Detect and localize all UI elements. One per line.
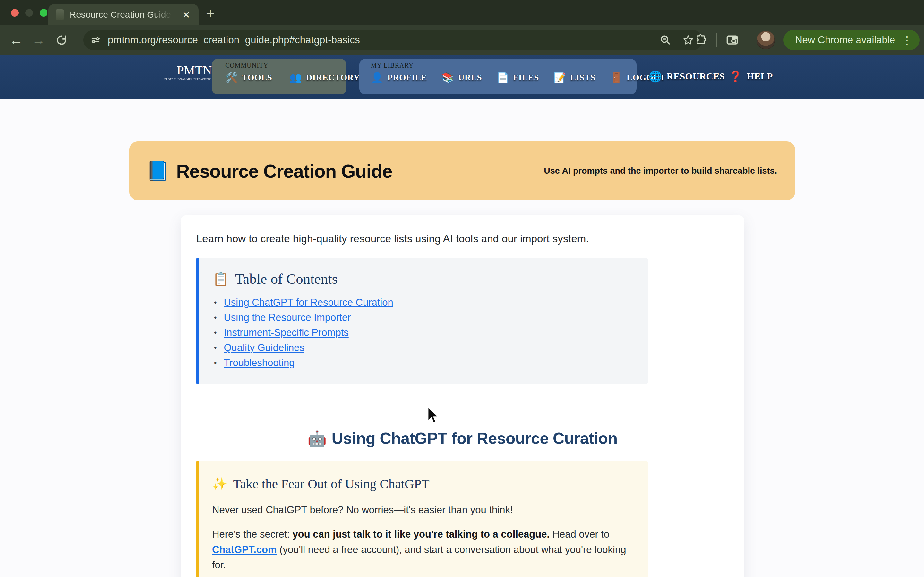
search-tabs-panel-icon[interactable] (725, 33, 739, 47)
back-button[interactable]: ← (9, 33, 23, 47)
toc-item: Using ChatGPT for Resource Curation (213, 298, 634, 308)
tools-icon: 🛠️ (225, 72, 238, 84)
question-mark-icon: ❓ (729, 70, 742, 83)
url-text[interactable]: pmtnm.org/resource_creation_guide.php#ch… (108, 34, 653, 46)
nav-item-label: LISTS (570, 73, 596, 83)
window-zoom-button[interactable] (40, 9, 47, 17)
nav-item-profile[interactable]: 👤 PROFILE (371, 72, 427, 84)
tab-title: Resource Creation Guide - PM (69, 10, 175, 20)
page-banner: 📘 Resource Creation Guide Use AI prompts… (129, 141, 795, 200)
window-close-button[interactable] (11, 9, 19, 17)
site-settings-icon[interactable] (90, 34, 102, 46)
nav-item-label: PROFILE (387, 73, 427, 83)
memo-icon: 📝 (554, 72, 566, 84)
profile-icon: 👤 (371, 72, 383, 84)
bookmark-star-icon[interactable] (682, 34, 694, 46)
toc-link-chatgpt-curation[interactable]: Using ChatGPT for Resource Curation (224, 297, 393, 308)
toc-title: Table of Contents (235, 271, 338, 287)
nav-item-label: URLS (458, 73, 482, 83)
nav-item-lists[interactable]: 📝 LISTS (554, 72, 596, 84)
new-tab-button[interactable]: + (206, 5, 215, 22)
window-controls (11, 9, 47, 17)
nav-item-directory[interactable]: 👥 DIRECTORY (289, 72, 360, 84)
reload-button[interactable] (55, 33, 69, 47)
nav-item-label: FILES (513, 73, 539, 83)
site-navbar: PMTNM PROFESSIONAL MUSIC TEACHERS OF NEW… (0, 55, 924, 99)
reload-icon (55, 34, 68, 46)
callout-paragraph-2: Here's the secret: you can just talk to … (212, 527, 634, 573)
intro-text: Learn how to create high-quality resourc… (196, 233, 729, 245)
toc-item: Instrument-Specific Prompts (213, 327, 634, 338)
page-title: Resource Creation Guide (176, 160, 392, 182)
blue-book-icon: 📘 (146, 160, 169, 182)
robot-icon: 🤖 (307, 430, 326, 447)
section-heading-chatgpt: 🤖Using ChatGPT for Resource Curation (196, 429, 729, 448)
nav-item-tools[interactable]: 🛠️ TOOLS (225, 72, 272, 84)
nav-item-urls[interactable]: 📚 URLS (442, 72, 482, 84)
callout-text: Here's the secret: (212, 529, 292, 540)
toc-link-quality-guidelines[interactable]: Quality Guidelines (224, 342, 304, 354)
toolbar-divider (716, 33, 717, 47)
nav-item-label: DIRECTORY (306, 73, 360, 83)
nav-item-label: RESOURCES (667, 71, 725, 82)
nav-group-label: MY LIBRARY (371, 62, 636, 69)
forward-button[interactable]: → (31, 33, 45, 47)
toc-link-instrument-prompts[interactable]: Instrument-Specific Prompts (224, 327, 349, 338)
chatgpt-link[interactable]: ChatGPT.com (212, 544, 277, 555)
browser-tab-strip: Resource Creation Guide - PM ✕ + (0, 0, 924, 25)
callout-paragraph-1: Never used ChatGPT before? No worries—it… (212, 504, 634, 516)
nav-group-my-library: MY LIBRARY 👤 PROFILE 📚 URLS 📄 FILES 📝 LI… (359, 59, 636, 94)
nav-item-help[interactable]: ❓ HELP (729, 70, 773, 83)
toc-item: Quality Guidelines (213, 343, 634, 353)
callout-text: Head over to (549, 529, 609, 540)
page-subtitle: Use AI prompts and the importer to build… (544, 166, 777, 176)
nav-item-label: HELP (747, 71, 773, 82)
toc-link-troubleshooting[interactable]: Troubleshooting (224, 357, 294, 369)
callout-bold-text: you can just talk to it like you're talk… (292, 529, 550, 540)
guide-card: Learn how to create high-quality resourc… (181, 215, 744, 577)
sparkles-icon: ✨ (212, 477, 227, 491)
nav-item-label: TOOLS (242, 73, 272, 83)
profile-avatar[interactable] (756, 31, 775, 49)
nav-item-files[interactable]: 📄 FILES (497, 72, 539, 84)
zoom-level-icon[interactable] (660, 34, 671, 46)
chrome-update-label: New Chrome available (795, 34, 895, 46)
browser-menu-icon[interactable]: ⋮ (901, 34, 913, 47)
chatgpt-callout-box: ✨ Take the Fear Out of Using ChatGPT Nev… (196, 461, 648, 577)
browser-toolbar: ← → pmtnm.org/resource_creation_guide.ph… (0, 25, 924, 55)
toc-item: Troubleshooting (213, 358, 634, 367)
section-heading-text: Using ChatGPT for Resource Curation (332, 430, 618, 448)
file-icon: 📄 (497, 72, 509, 84)
books-icon: 📚 (442, 72, 454, 84)
extensions-icon[interactable] (694, 33, 708, 47)
toc-item: Using the Resource Importer (213, 313, 634, 322)
address-bar[interactable]: pmtnm.org/resource_creation_guide.php#ch… (83, 30, 703, 50)
window-minimize-button[interactable] (25, 9, 33, 17)
clipboard-icon: 📋 (213, 271, 229, 287)
table-of-contents: 📋 Table of Contents Using ChatGPT for Re… (196, 258, 648, 384)
browser-tab[interactable]: Resource Creation Guide - PM ✕ (48, 4, 199, 25)
toolbar-divider (748, 33, 748, 47)
globe-icon: 🌐 (649, 70, 662, 83)
nav-item-resources[interactable]: 🌐 RESOURCES (649, 70, 725, 83)
page-content: 📘 Resource Creation Guide Use AI prompts… (0, 99, 924, 577)
directory-icon: 👥 (289, 72, 302, 84)
nav-group-label: COMMUNITY (225, 62, 347, 69)
callout-title: Take the Fear Out of Using ChatGPT (233, 476, 429, 492)
nav-group-community: COMMUNITY 🛠️ TOOLS 👥 DIRECTORY (212, 59, 347, 94)
tab-close-icon[interactable]: ✕ (181, 9, 192, 21)
chrome-update-chip[interactable]: New Chrome available ⋮ (783, 30, 919, 50)
door-icon: 🚪 (610, 72, 623, 84)
favicon (55, 9, 64, 20)
toc-link-resource-importer[interactable]: Using the Resource Importer (224, 312, 351, 324)
